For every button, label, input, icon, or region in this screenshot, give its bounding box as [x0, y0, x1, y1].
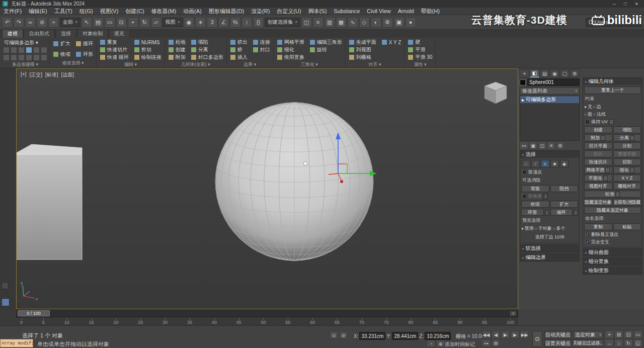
play-button[interactable]: ▶	[501, 331, 510, 338]
material-editor-icon[interactable]: ◐	[371, 17, 381, 28]
maximize-button[interactable]: □	[624, 2, 626, 7]
select-by-name-icon[interactable]: ▤	[93, 17, 104, 28]
copy-button[interactable]: 复制	[584, 223, 612, 230]
select-move-icon[interactable]: +	[128, 17, 138, 28]
settings-icon[interactable]	[615, 192, 620, 197]
ribbon-button[interactable]: 创建	[167, 46, 187, 53]
timeline[interactable]: 0 / 100 ≡	[16, 309, 518, 317]
sphere-object[interactable]	[215, 103, 373, 260]
eg-button-全部取消隐藏[interactable]: 全部取消隐藏	[613, 199, 641, 206]
maxscript-mini-listener[interactable]: Array modifier	[0, 339, 33, 347]
shrink-button[interactable]: 收缩	[521, 201, 549, 208]
select-object-icon[interactable]: ↖	[82, 17, 92, 28]
menu-item[interactable]: 编辑(E)	[25, 8, 51, 15]
time-tag-icon[interactable]: ◔	[427, 340, 435, 347]
preview-option-radio[interactable]: ○多个	[553, 225, 566, 232]
configure-modifier-sets-icon[interactable]: ⚙	[556, 142, 565, 149]
eg-button-塌陷[interactable]: 塌陷	[613, 126, 641, 133]
menu-item[interactable]: 视图(V)	[97, 8, 122, 15]
isolate-selection-icon[interactable]: ⊙	[330, 331, 338, 339]
named-sets-icon[interactable]: {}	[253, 17, 264, 28]
subobject-mode-icon[interactable]	[33, 47, 40, 53]
ribbon-button[interactable]: 附加	[167, 54, 187, 61]
ribbon-button[interactable]: 环形	[74, 51, 94, 58]
object-color-swatch[interactable]	[520, 79, 526, 85]
z-coordinate-field[interactable]: 10.216cm	[425, 332, 451, 340]
x-coordinate-field[interactable]: 33.231cm	[359, 332, 385, 340]
project-folder-dropdown[interactable]: C:\Users▾	[586, 18, 642, 27]
add-time-tag[interactable]: 添加时间标记	[445, 341, 475, 348]
zoom-all-icon[interactable]: ⊞	[614, 330, 623, 338]
subobject-mode-icon[interactable]	[26, 54, 32, 61]
ribbon-button[interactable]: X Y Z	[380, 39, 403, 45]
settings-icon[interactable]	[601, 135, 605, 141]
angle-snap-icon[interactable]: ∠	[218, 17, 229, 28]
constraint-radio[interactable]: ●无	[584, 104, 592, 110]
zoom-extents-icon[interactable]: ⊡	[624, 330, 633, 338]
ribbon-button[interactable]: 快速切片	[99, 46, 130, 53]
snap-3d-icon[interactable]: 3	[207, 17, 217, 28]
constraint-radio[interactable]: ○面	[584, 111, 592, 118]
menu-item[interactable]: 修改器(M)	[148, 8, 180, 15]
timeline-ruler[interactable]: 0510152025303540455055606570758085909510…	[16, 317, 518, 325]
align-icon[interactable]: ≡	[313, 17, 324, 28]
vertex-mode-icon[interactable]: ∴	[522, 160, 530, 167]
schematic-view-icon[interactable]: ◇	[359, 17, 370, 28]
subobject-mode-icon[interactable]	[33, 54, 40, 61]
eg-button-切片平面[interactable]: 切片平面	[584, 142, 612, 149]
ribbon-button[interactable]: 扩大	[52, 40, 71, 47]
eg-button-创建[interactable]: 创建	[584, 126, 612, 133]
redo-icon[interactable]: ↷	[14, 17, 24, 28]
ribbon-tab-填充[interactable]: 填充	[109, 29, 130, 38]
ribbon-button[interactable]: 快速 循环	[99, 54, 130, 61]
menu-item[interactable]: 文件(F)	[0, 8, 25, 15]
ribbon-button[interactable]: NURMS	[133, 39, 163, 45]
ribbon-button[interactable]: 塌陷	[190, 39, 224, 46]
eg-button-附加[interactable]: 附加	[584, 134, 612, 141]
motion-tab-icon[interactable]: ◉	[550, 69, 559, 77]
ribbon-group-title[interactable]: 三角化 ▾	[276, 61, 343, 68]
menu-item[interactable]: 组(G)	[76, 8, 97, 15]
menu-item[interactable]: 帮助(H)	[418, 8, 443, 15]
ribbon-group-title[interactable]: 对齐 ▾	[348, 61, 403, 68]
viewport-menu-plus[interactable]: [+]	[21, 71, 26, 78]
ribbon-button[interactable]: 封口	[252, 46, 271, 53]
show-end-result-icon[interactable]: ▣	[529, 142, 537, 149]
orbit-icon[interactable]: ↻	[624, 339, 633, 347]
subobject-mode-icon[interactable]	[11, 54, 17, 61]
utilities-tab-icon[interactable]: ⚙	[570, 69, 580, 77]
undo-icon[interactable]: ↶	[2, 17, 13, 28]
polymod-header[interactable]: 可编辑多边形 ▾	[3, 39, 47, 47]
rollout-软选择-header[interactable]: •软选择	[520, 245, 579, 252]
eg-button-切割[interactable]: 切割	[613, 158, 641, 165]
settings-icon[interactable]	[630, 167, 634, 173]
ribbon-button[interactable]: 使用置换	[276, 54, 305, 61]
by-angle-checkbox[interactable]: 按角度↕	[521, 193, 578, 200]
eg-button-细化[interactable]: 细化	[613, 166, 641, 173]
reference-coordinate-dropdown[interactable]: 视图▾	[163, 18, 183, 27]
remove-modifier-icon[interactable]: ✕	[547, 142, 555, 149]
ribbon-button[interactable]: 循环	[74, 40, 94, 47]
ribbon-group-title[interactable]: 几何体(全部) ▾	[167, 61, 224, 68]
eg-button-网格平滑[interactable]: 网格平滑	[584, 166, 612, 173]
viewport-standard-label[interactable]: [标准]	[45, 71, 58, 78]
eg-button-视图对齐[interactable]: 视图对齐	[584, 183, 612, 190]
viewport[interactable]: [+] [正交] [标准] [边面]	[16, 68, 518, 309]
ribbon-button[interactable]: 插入	[229, 54, 249, 61]
by-vertex-checkbox[interactable]: 按顶点	[521, 169, 578, 176]
eg-checkbox-完全交互[interactable]: ✓完全交互	[584, 239, 641, 245]
ribbon-button[interactable]: 收缩	[52, 51, 71, 58]
object-name-field[interactable]: Sphere001	[527, 78, 580, 86]
pan-icon[interactable]: ↔	[605, 339, 614, 347]
percent-snap-icon[interactable]: %	[230, 17, 240, 28]
menu-item[interactable]: Arnold	[394, 8, 418, 14]
ribbon-button[interactable]: 到栅格	[348, 54, 377, 61]
paste-button[interactable]: 粘贴	[613, 223, 641, 230]
selected-object-dropdown[interactable]: 选定对象 ▾	[573, 331, 603, 338]
ribbon-button[interactable]: 重复	[99, 39, 130, 46]
time-slider[interactable]: 0 / 100	[18, 310, 50, 316]
constraint-radio[interactable]: ○法线	[593, 111, 606, 118]
rollout-细分曲面-header[interactable]: •细分曲面	[583, 249, 642, 256]
viewport-layout-icon[interactable]	[2, 282, 9, 289]
create-tab-icon[interactable]: +	[520, 69, 529, 77]
